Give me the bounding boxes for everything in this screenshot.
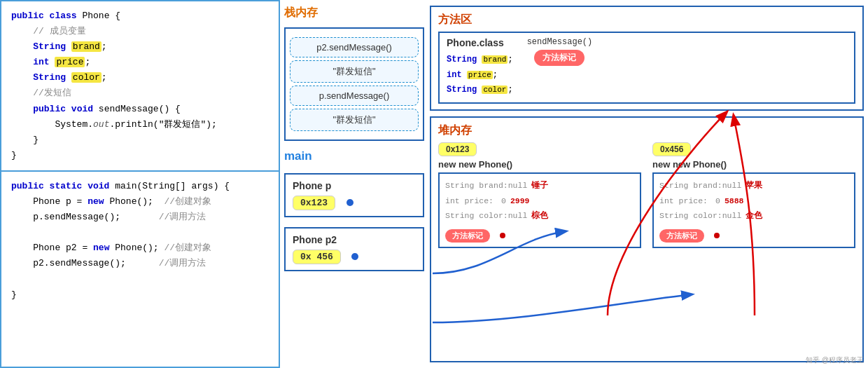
- method-area-title: 方法区: [438, 13, 855, 27]
- heap2-f1-name: String brand:: [659, 178, 722, 193]
- code-main-5: p2.sendMessage(); //调用方法: [11, 256, 269, 271]
- code-bottom: public static void main(String[] args) {…: [1, 172, 279, 367]
- code-line-6: //发短信: [11, 86, 269, 101]
- heap2-f1-val: 苹果: [746, 178, 762, 193]
- phone-class-box: Phone.class String brand; int price; Str…: [438, 32, 855, 104]
- heap1-field3: String color: null 棕色: [445, 208, 634, 224]
- phone-p2-addr: 0x 456: [293, 250, 341, 264]
- p2-send-row: p2.sendMessage(): [290, 37, 419, 57]
- field-price: int price;: [447, 68, 513, 83]
- code-line-9: }: [11, 132, 269, 148]
- phone-p-addr: 0x123: [293, 196, 335, 210]
- code-line-1: public class Phone {: [11, 8, 269, 24]
- heap-obj2-addr: 0x456: [652, 142, 691, 156]
- heap1-f2-val: 2999: [510, 193, 530, 209]
- phone-p-dot: [346, 199, 354, 206]
- code-line-5: String color;: [11, 70, 269, 86]
- heap1-f1-val: 锤子: [531, 178, 548, 193]
- phone-p-box: Phone p 0x123: [284, 173, 424, 217]
- msg2-row: "群发短信": [290, 109, 419, 131]
- field-brand: String brand;: [447, 53, 513, 68]
- code-line-10: }: [11, 148, 269, 163]
- code-main-4: Phone p2 = new Phone(); //创建对象: [11, 240, 269, 256]
- heap-title: 堆内存: [438, 123, 855, 138]
- code-main-3: p.sendMessage(); //调用方法: [11, 210, 269, 225]
- heap2-f2-name: int price:: [659, 193, 715, 209]
- heap2-f3-val: 金色: [746, 208, 762, 224]
- phone-p2-dot: [351, 253, 358, 260]
- heap-obj1-addr: 0x123: [438, 142, 477, 156]
- heap-obj1-header: 0x123: [438, 142, 477, 156]
- heap-objects-row: 0x123 new new Phone() String brand: null…: [438, 142, 855, 249]
- price-highlight: price: [55, 57, 85, 67]
- field-list: String brand; int price; String color;: [447, 53, 513, 98]
- method-area-box: 方法区 Phone.class String brand; int price;…: [430, 6, 864, 111]
- stack-title: 栈内存: [284, 6, 424, 20]
- heap2-method-badge: 方法标记: [659, 229, 704, 243]
- heap2-f3-name: String color:: [659, 208, 722, 224]
- heap1-method-row: 方法标记: [445, 226, 634, 243]
- heap1-field2: int price: 0 2999: [445, 193, 634, 209]
- right-col: 方法区 Phone.class String brand; int price;…: [430, 6, 864, 362]
- heap-obj1-new: new Phone(): [458, 159, 512, 170]
- phone-p2-box: Phone p2 0x 456: [284, 227, 424, 271]
- msg2-label: "群发短信": [332, 114, 375, 125]
- heap1-f3-null: null: [508, 208, 528, 224]
- main-label: main: [284, 149, 424, 163]
- p2-send-label: p2.sendMessage(): [316, 42, 392, 53]
- stack-messages-box: p2.sendMessage() "群发短信" p.sendMessage() …: [284, 27, 424, 141]
- heap2-field1: String brand: null 苹果: [659, 178, 848, 193]
- code-main-6: }: [11, 287, 269, 303]
- heap1-dot: [500, 233, 505, 238]
- msg1-row: "群发短信": [290, 60, 419, 83]
- phone-class-left: Phone.class String brand; int price; Str…: [447, 37, 513, 98]
- heap2-f1-null: null: [722, 178, 742, 193]
- phone-p2-label: Phone p2: [293, 234, 416, 245]
- code-main-1: public static void main(String[] args) {: [11, 179, 269, 194]
- p-send-row: p.sendMessage(): [290, 86, 419, 106]
- heap-obj-2: 0x456 new new Phone() String brand: null…: [652, 142, 855, 249]
- right-panel: 栈内存 p2.sendMessage() "群发短信" p.sendMessag…: [280, 0, 868, 368]
- phone-class-title: Phone.class: [447, 37, 513, 48]
- heap2-method-row: 方法标记: [659, 226, 848, 243]
- left-code-panel: public class Phone { // 成员变量 String bran…: [0, 0, 280, 368]
- phone-p-label: Phone p: [293, 180, 416, 191]
- heap1-f3-val: 棕色: [531, 208, 548, 224]
- heap2-dot: [714, 233, 720, 238]
- heap2-f2-null: 0: [715, 193, 720, 209]
- code-line-8: System.out.println("群发短信");: [11, 117, 269, 132]
- heap1-f1-name: String brand:: [445, 178, 508, 193]
- p-send-label: p.sendMessage(): [319, 90, 389, 101]
- heap1-f2-null: 0: [501, 193, 506, 209]
- heap1-field1: String brand: null 锤子: [445, 178, 634, 193]
- watermark: 知乎 @程序员老王: [806, 355, 864, 365]
- heap1-f3-name: String color:: [445, 208, 508, 224]
- heap2-field2: int price: 0 5888: [659, 193, 848, 209]
- heap1-f1-null: null: [508, 178, 528, 193]
- heap2-field3: String color: null 金色: [659, 208, 848, 224]
- heap-obj-1: 0x123 new new Phone() String brand: null…: [438, 142, 641, 249]
- heap-obj2-new: new Phone(): [673, 159, 727, 170]
- method-name: sendMessage(): [527, 37, 593, 47]
- heap-obj2-inner: String brand: null 苹果 int price: 0 5888 …: [652, 172, 855, 249]
- heap-obj2-header: 0x456: [652, 142, 691, 156]
- code-line-4: int price;: [11, 55, 269, 70]
- code-line-3: String brand;: [11, 39, 269, 55]
- method-area-right: sendMessage() 方法标记: [527, 37, 593, 66]
- color-highlight: color: [71, 72, 102, 83]
- code-top: public class Phone { // 成员变量 String bran…: [1, 1, 279, 172]
- heap1-f2-name: int price:: [445, 193, 501, 209]
- msg1-label: "群发短信": [332, 66, 375, 76]
- code-line-7: public void sendMessage() {: [11, 102, 269, 117]
- field-color: String color;: [447, 83, 513, 98]
- heap1-method-badge: 方法标记: [445, 229, 490, 243]
- heap-obj2-new-label: new new Phone(): [652, 159, 727, 170]
- heap2-f2-val: 5888: [724, 193, 744, 209]
- heap2-f3-null: null: [722, 208, 742, 224]
- code-main-2: Phone p = new Phone(); //创建对象: [11, 194, 269, 210]
- heap-obj1-inner: String brand: null 锤子 int price: 0 2999 …: [438, 172, 641, 249]
- heap-area-box: 堆内存 0x123 new new Phone() String brand: …: [430, 116, 864, 362]
- method-badge: 方法标记: [534, 50, 584, 66]
- code-line-2: // 成员变量: [11, 24, 269, 39]
- stack-column: 栈内存 p2.sendMessage() "群发短信" p.sendMessag…: [284, 6, 424, 362]
